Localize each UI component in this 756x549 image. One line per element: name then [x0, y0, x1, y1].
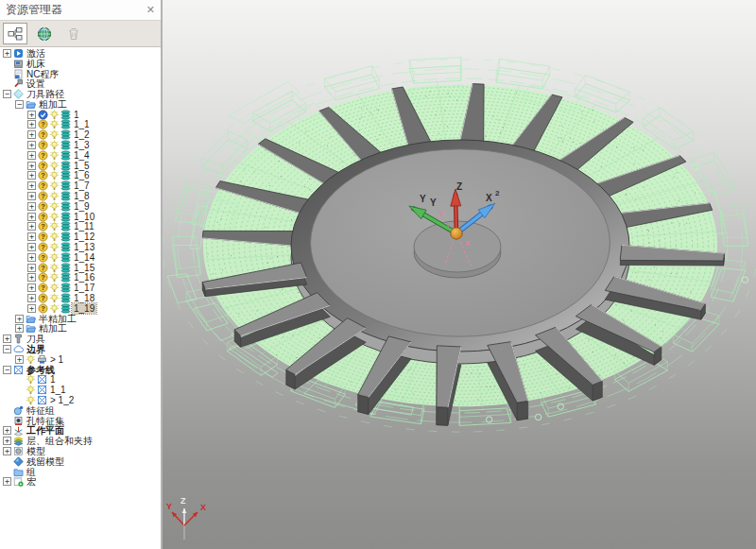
close-icon[interactable]: ✕: [146, 5, 155, 15]
tree-item-41[interactable]: 组: [0, 467, 161, 477]
tree-item-34[interactable]: > 1_2: [0, 395, 161, 405]
axis-x-label: X: [486, 193, 492, 203]
tree-item-12[interactable]: +?1_6: [0, 171, 161, 181]
expand-icon[interactable]: +: [27, 151, 36, 160]
bulb-icon: [49, 180, 60, 191]
tree-item-32[interactable]: 1: [0, 375, 161, 386]
layers-icon: [60, 129, 71, 140]
tree-item-label: 1_11: [72, 221, 96, 232]
expand-icon[interactable]: +: [27, 111, 36, 119]
svg-text:?: ?: [41, 232, 45, 241]
expand-icon[interactable]: +: [27, 120, 36, 129]
tree-item-38[interactable]: +层、组合和夹持: [0, 436, 161, 446]
collapse-icon[interactable]: −: [3, 345, 11, 353]
tree-item-28[interactable]: +刀具: [0, 334, 161, 344]
tree-item-label: 1_17: [72, 283, 96, 293]
tree-item-21[interactable]: +?1_15: [0, 263, 161, 273]
tree-item-40[interactable]: 残留模型: [0, 456, 161, 467]
expand-icon[interactable]: +: [3, 426, 11, 435]
tree-item-20[interactable]: +?1_14: [0, 252, 161, 263]
tree-item-1[interactable]: 机床: [0, 59, 161, 69]
expand-icon[interactable]: +: [15, 355, 24, 364]
tree-item-0[interactable]: +激活: [0, 48, 161, 59]
tree-item-42[interactable]: +宏: [0, 476, 161, 487]
tree-item-label: > 1_2: [48, 395, 76, 405]
expand-icon[interactable]: +: [27, 273, 36, 282]
tree-item-label: 宏: [25, 476, 38, 487]
tree-item-2[interactable]: NC程序: [0, 69, 161, 79]
question-circle-icon: ?: [38, 129, 48, 140]
tree-item-3[interactable]: 设置: [0, 78, 161, 89]
tree-item-label: 组: [25, 467, 38, 477]
viewport-3d[interactable]: YYZX2YXYZX: [163, 0, 756, 549]
expand-icon[interactable]: +: [27, 192, 36, 200]
tree-item-30[interactable]: +> 1: [0, 354, 161, 365]
expand-icon[interactable]: +: [27, 294, 36, 302]
tree-item-27[interactable]: +精加工: [0, 324, 161, 335]
explorer-view-button[interactable]: [3, 23, 27, 44]
expand-icon[interactable]: +: [27, 213, 36, 221]
expand-icon[interactable]: +: [3, 49, 11, 58]
expand-icon[interactable]: +: [27, 232, 36, 241]
expand-icon[interactable]: +: [27, 171, 36, 180]
expand-icon[interactable]: +: [27, 222, 36, 231]
tree-item-37[interactable]: +工作平面: [0, 425, 161, 436]
tree-item-10[interactable]: +?1_4: [0, 150, 161, 161]
layers-icon: [60, 252, 71, 263]
web-button[interactable]: [32, 23, 57, 44]
tree-item-7[interactable]: +?1_1: [0, 120, 161, 130]
tree-item-36[interactable]: 孔特征集: [0, 416, 161, 426]
tree-item-33[interactable]: 1_1: [0, 385, 161, 395]
expand-icon[interactable]: +: [27, 283, 36, 292]
tree-item-5[interactable]: −粗加工: [0, 99, 161, 110]
collapse-icon[interactable]: −: [3, 366, 11, 374]
tree-item-label: 1_14: [72, 252, 96, 263]
expand-icon[interactable]: +: [27, 253, 36, 262]
tree-item-35[interactable]: 特征组: [0, 405, 161, 416]
viewport-canvas[interactable]: YYZX2YXYZX: [163, 0, 756, 549]
tree-item-17[interactable]: +?1_11: [0, 222, 161, 232]
bulb-icon: [26, 354, 36, 365]
collapse-icon[interactable]: −: [3, 90, 11, 98]
expand-icon[interactable]: +: [27, 304, 36, 313]
settings-icon: [13, 78, 24, 89]
expand-icon[interactable]: +: [3, 335, 11, 343]
expand-icon[interactable]: +: [27, 264, 36, 272]
tree-item-15[interactable]: +?1_9: [0, 201, 161, 212]
svg-text:?: ?: [41, 274, 45, 283]
expand-icon[interactable]: +: [27, 162, 36, 170]
tree-item-22[interactable]: +?1_16: [0, 273, 161, 283]
tree-item-label: 1: [72, 110, 81, 120]
tree-item-31[interactable]: −参考线: [0, 365, 161, 375]
expand-icon[interactable]: +: [27, 243, 36, 251]
expand-icon[interactable]: +: [27, 130, 36, 139]
tree-item-18[interactable]: +?1_12: [0, 232, 161, 242]
expand-icon[interactable]: +: [27, 141, 36, 149]
tree-item-8[interactable]: +?1_2: [0, 129, 161, 140]
expand-icon[interactable]: +: [3, 477, 11, 486]
tree-item-25[interactable]: +?1_19: [0, 303, 161, 314]
tree-item-9[interactable]: +?1_3: [0, 140, 161, 150]
tree-item-14[interactable]: +?1_8: [0, 191, 161, 201]
tree-item-19[interactable]: +?1_13: [0, 242, 161, 252]
svg-text:?: ?: [41, 151, 45, 160]
collapse-icon[interactable]: −: [15, 100, 24, 109]
tree-item-29[interactable]: −边界: [0, 344, 161, 354]
tree-item-24[interactable]: +?1_18: [0, 293, 161, 303]
tree-item-26[interactable]: +半精加工: [0, 314, 161, 324]
expand-icon[interactable]: +: [27, 181, 36, 190]
expand-icon[interactable]: +: [15, 315, 24, 323]
tree-item-16[interactable]: +?1_10: [0, 212, 161, 222]
tree-item-13[interactable]: +?1_7: [0, 180, 161, 191]
delete-button[interactable]: [61, 23, 86, 44]
tree-item-23[interactable]: +?1_17: [0, 283, 161, 293]
panel-toolbar: [0, 20, 161, 47]
expand-icon[interactable]: +: [3, 437, 11, 445]
tree-item-6[interactable]: +1: [0, 110, 161, 120]
tree-item-4[interactable]: −刀具路径: [0, 89, 161, 99]
tree-item-39[interactable]: +模型: [0, 446, 161, 456]
expand-icon[interactable]: +: [27, 202, 36, 211]
tree-item-11[interactable]: +?1_5: [0, 161, 161, 171]
expand-icon[interactable]: +: [15, 324, 24, 333]
expand-icon[interactable]: +: [3, 447, 11, 455]
